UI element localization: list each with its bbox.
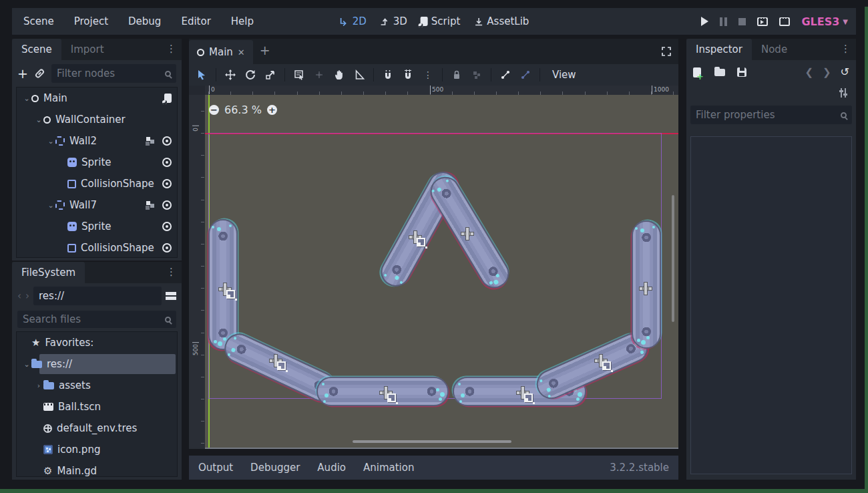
visibility-eye-icon[interactable] xyxy=(162,200,172,210)
tree-chevron-icon[interactable]: ⌄ xyxy=(22,94,31,103)
scene-node-row[interactable]: ⌄Wall7 xyxy=(17,194,177,216)
tree-chevron-icon[interactable]: ⌄ xyxy=(46,137,55,146)
stop-button[interactable] xyxy=(738,18,746,25)
view-menu[interactable]: View xyxy=(546,69,583,81)
smart-snap-button[interactable] xyxy=(379,66,397,84)
ruler-tool-button[interactable] xyxy=(351,66,368,84)
history-icon[interactable]: ↺ xyxy=(841,67,849,77)
file-row[interactable]: ⌄res:// xyxy=(17,353,177,375)
tab-inspector[interactable]: Inspector xyxy=(686,39,752,60)
position-gizmo-icon[interactable] xyxy=(640,283,652,295)
file-row[interactable]: ⚙Main.gd xyxy=(17,460,177,477)
play-button[interactable] xyxy=(701,17,708,26)
filter-properties-input[interactable]: Filter properties xyxy=(690,106,852,124)
renderer-dropdown[interactable]: GLES3 ▼ xyxy=(801,15,848,28)
move-tool-button[interactable] xyxy=(222,66,239,84)
tab-import[interactable]: Import xyxy=(61,39,114,60)
menu-editor[interactable]: Editor xyxy=(174,13,218,30)
path-input[interactable]: res:// xyxy=(33,287,162,305)
play-custom-scene-button[interactable] xyxy=(779,17,790,26)
visibility-eye-icon[interactable] xyxy=(162,136,172,146)
history-back-button[interactable]: ‹ xyxy=(17,290,21,302)
tab-node[interactable]: Node xyxy=(752,39,797,60)
tree-chevron-icon[interactable]: ⌄ xyxy=(34,116,43,124)
history-forward-button[interactable]: ❯ xyxy=(823,66,831,78)
scene-node-row[interactable]: ⌄Wall2 xyxy=(17,130,177,152)
bottom-tab-debugger[interactable]: Debugger xyxy=(244,459,306,476)
scene-node-row[interactable]: CollisionShape xyxy=(17,173,177,194)
distraction-free-button[interactable] xyxy=(661,39,678,64)
save-resource-button[interactable] xyxy=(737,67,746,77)
script-icon xyxy=(164,94,172,103)
menu-debug[interactable]: Debug xyxy=(121,13,168,30)
tree-chevron-icon[interactable]: ⌄ xyxy=(22,360,31,369)
tree-chevron-icon[interactable]: ⌄ xyxy=(46,201,55,210)
scene-tab-main[interactable]: Main ✕ xyxy=(189,40,253,64)
bottom-tab-output[interactable]: Output xyxy=(192,459,240,476)
visibility-eye-icon[interactable] xyxy=(162,158,172,167)
search-files-input[interactable]: Search files xyxy=(17,311,176,328)
new-resource-button[interactable] xyxy=(693,67,701,77)
zoom-out-button[interactable]: − xyxy=(209,105,219,115)
lock-object-button[interactable] xyxy=(448,66,465,84)
new-scene-tab-button[interactable]: + xyxy=(253,40,277,64)
skeleton-bone-button[interactable] xyxy=(497,66,514,84)
menu-project[interactable]: Project xyxy=(67,13,116,30)
tree-chevron-icon[interactable]: › xyxy=(34,381,43,390)
scene-node-row[interactable]: ⌄WallContainer xyxy=(17,109,177,130)
mode-2d[interactable]: 2D xyxy=(339,15,367,27)
visibility-eye-icon[interactable] xyxy=(162,222,172,231)
file-row[interactable]: default_env.tres xyxy=(17,418,177,439)
zoom-in-button[interactable]: + xyxy=(267,105,277,115)
rotate-tool-button[interactable] xyxy=(242,66,259,84)
object-properties-icon[interactable] xyxy=(839,88,848,98)
play-scene-button[interactable] xyxy=(757,17,768,26)
skeleton-options-button[interactable] xyxy=(517,66,534,84)
mode-script[interactable]: Script xyxy=(421,15,461,27)
history-back-button[interactable]: ❮ xyxy=(805,66,813,78)
2d-viewport-canvas[interactable]: − 66.3 % + xyxy=(205,95,678,449)
scene-node-row[interactable]: CollisionShape xyxy=(17,237,177,258)
grid-snap-button[interactable] xyxy=(399,66,417,84)
scene-node-row[interactable]: Sprite xyxy=(17,152,177,173)
pan-tool-button[interactable] xyxy=(331,66,348,84)
scene-node-row[interactable]: ⌄Main xyxy=(17,88,177,109)
split-mode-icon[interactable] xyxy=(166,292,176,300)
dock-menu-icon[interactable]: ⋮ xyxy=(166,266,176,278)
tab-scene[interactable]: Scene xyxy=(12,39,61,60)
mode-assetlib[interactable]: AssetLib xyxy=(473,15,529,27)
move-pivot-button[interactable] xyxy=(310,66,328,84)
visibility-eye-icon[interactable] xyxy=(162,243,172,253)
horizontal-scrollbar[interactable] xyxy=(353,440,511,443)
file-row[interactable]: ★Favorites: xyxy=(17,332,177,353)
dock-menu-icon[interactable]: ⋮ xyxy=(166,43,176,55)
load-resource-button[interactable] xyxy=(714,69,725,76)
group-cursor-badge-icon xyxy=(602,361,611,370)
scene-node-row[interactable]: Sprite xyxy=(17,216,177,237)
history-forward-button[interactable]: › xyxy=(25,290,29,302)
group-object-button[interactable] xyxy=(468,66,485,84)
instance-scene-button[interactable] xyxy=(34,68,45,79)
menu-scene[interactable]: Scene xyxy=(16,13,61,30)
snap-options-menu[interactable]: ⋮ xyxy=(419,66,437,84)
folder-icon xyxy=(43,382,54,389)
vertical-scrollbar[interactable] xyxy=(672,195,674,322)
tab-filesystem[interactable]: FileSystem xyxy=(12,262,85,283)
add-node-button[interactable]: + xyxy=(17,67,28,80)
visibility-eye-icon[interactable] xyxy=(162,179,172,188)
mode-3d[interactable]: 3D xyxy=(380,15,407,27)
close-icon[interactable]: ✕ xyxy=(238,47,245,57)
position-gizmo-icon[interactable] xyxy=(461,228,473,240)
file-row[interactable]: ›assets xyxy=(17,375,177,396)
list-select-tool-button[interactable] xyxy=(290,66,308,84)
bottom-tab-audio[interactable]: Audio xyxy=(310,459,353,476)
pause-button[interactable] xyxy=(720,17,727,26)
menu-help[interactable]: Help xyxy=(224,13,261,30)
file-row[interactable]: Ball.tscn xyxy=(17,396,177,418)
scale-tool-button[interactable] xyxy=(262,66,279,84)
filter-nodes-input[interactable]: Filter nodes xyxy=(51,64,176,83)
dock-menu-icon[interactable]: ⋮ xyxy=(841,43,851,55)
bottom-tab-animation[interactable]: Animation xyxy=(357,459,421,476)
file-row[interactable]: icon.png xyxy=(17,439,177,460)
select-tool-button[interactable] xyxy=(193,66,210,84)
